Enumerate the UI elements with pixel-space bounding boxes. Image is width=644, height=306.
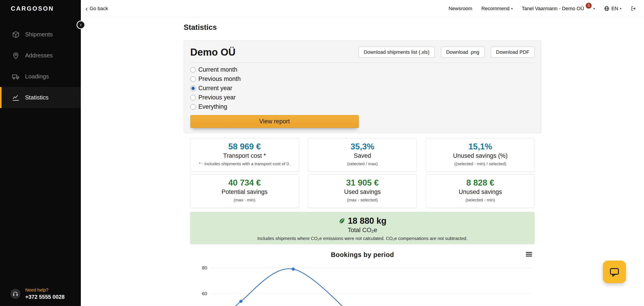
chart-title: Bookings by period [331, 251, 394, 258]
period-radio[interactable] [190, 76, 196, 82]
user-menu[interactable]: Tanel Vaarmann - Demo OÜ 5 ▾ [522, 6, 595, 12]
period-option-current-year[interactable]: Current year [190, 84, 232, 93]
stats-grid: 58 969 € Transport cost * * - includes s… [190, 138, 535, 208]
period-label: Everything [198, 103, 228, 110]
chat-bubble-icon [609, 266, 620, 277]
period-radio[interactable] [190, 95, 196, 100]
globe-icon [604, 6, 610, 12]
chevron-down-icon: ▾ [511, 7, 512, 11]
co2-label: Total CO₂e [199, 227, 526, 234]
period-option-previous-year[interactable]: Previous year [190, 93, 236, 102]
page-title: Statistics [184, 23, 541, 32]
download-pdf-button[interactable]: Download PDF [491, 47, 535, 58]
user-name: Tanel Vaarmann - Demo OÜ [522, 6, 584, 12]
bookings-chart-svg [210, 261, 531, 306]
chevron-down-icon: ▾ [620, 7, 622, 11]
download-png-button[interactable]: Download .png [441, 47, 484, 58]
y-axis-tick-80: 80 [184, 265, 207, 271]
chart-header: Bookings by period [190, 251, 535, 259]
sidebar-nav: Shipments Addresses Loadings Statistics [0, 24, 81, 108]
period-label: Previous year [198, 94, 236, 101]
co2-banner: 18 880 kg Total CO₂e Includes shipments … [190, 212, 535, 244]
stat-value: 8 828 € [426, 178, 534, 188]
stat-label: Transport cost * [190, 152, 299, 159]
period-option-everything[interactable]: Everything [190, 102, 228, 111]
nav-item-label: Loadings [25, 73, 49, 80]
download-xls-button[interactable]: Download shipments list (.xls) [358, 47, 435, 58]
stat-label: Saved [308, 152, 416, 159]
stat-label: Used savings [308, 188, 416, 195]
nav-item-label: Shipments [25, 31, 53, 38]
topbar: ‹ Go back Newsroom Recommend ▾ Tanel Vaa… [81, 0, 644, 17]
period-option-previous-month[interactable]: Previous month [190, 74, 241, 84]
stat-card-unused-savings: 8 828 € Unused savings (selected - min) [426, 174, 535, 208]
stat-value: 31 905 € [308, 178, 416, 188]
co2-value: 18 880 kg [348, 216, 386, 226]
logout-icon [630, 6, 636, 12]
leaf-icon [338, 217, 346, 224]
stat-card-saved: 35,3% Saved (selected / max) [308, 138, 417, 172]
nav-item-label: Addresses [25, 52, 53, 59]
stat-note: ((selected - min) / selected) [426, 161, 534, 166]
package-icon [12, 31, 20, 39]
sidebar-collapse-button[interactable]: ‹ [77, 21, 84, 29]
newsroom-link[interactable]: Newsroom [449, 6, 472, 12]
bookings-line [225, 269, 361, 306]
content-area: Statistics Demo OÜ Download shipments li… [81, 17, 644, 306]
view-report-button[interactable]: View report [190, 115, 359, 128]
stat-label: Unused savings (%) [426, 152, 534, 159]
chevron-left-icon: ‹ [85, 6, 88, 11]
logout-button[interactable] [630, 6, 636, 12]
period-label: Current year [198, 85, 232, 92]
cargoson-logo: CARGOSON [0, 0, 81, 17]
period-label: Current month [198, 66, 238, 73]
sidebar: CARGOSON Shipments Addresses Loadings St… [0, 0, 81, 306]
help-block: Need help? +372 5555 0028 [0, 287, 81, 300]
period-option-current-month[interactable]: Current month [190, 65, 238, 74]
map-pin-icon [12, 52, 20, 60]
help-label: Need help? [25, 287, 64, 293]
stat-card-potential-savings: 40 734 € Potential savings (max - min) [190, 174, 299, 208]
sidebar-item-addresses[interactable]: Addresses [0, 45, 81, 66]
stat-note: * - includes shipments with a transport … [190, 161, 299, 166]
language-menu[interactable]: EN ▾ [604, 6, 622, 12]
stat-note: (max - min) [190, 197, 299, 202]
stat-value: 58 969 € [190, 142, 299, 151]
report-settings-card: Demo OÜ Download shipments list (.xls) D… [184, 40, 541, 133]
language-label: EN [611, 6, 618, 12]
chart-line-icon [12, 94, 20, 102]
sidebar-item-shipments[interactable]: Shipments [0, 24, 81, 45]
truck-icon [12, 73, 20, 81]
stat-value: 15,1% [426, 142, 534, 151]
stat-note: (selected / max) [308, 161, 416, 166]
download-buttons: Download shipments list (.xls) Download … [358, 47, 535, 58]
company-name: Demo OÜ [190, 47, 236, 58]
stat-label: Potential savings [190, 188, 299, 195]
bookings-chart: 80 60 [184, 261, 541, 306]
go-back-button[interactable]: ‹ Go back [85, 6, 108, 12]
divider [190, 63, 535, 63]
chevron-down-icon: ▾ [593, 7, 595, 11]
nav-item-label: Statistics [25, 94, 48, 101]
headset-icon[interactable] [10, 289, 20, 299]
period-radio[interactable] [190, 86, 196, 91]
stat-note: (selected - min) [426, 197, 534, 202]
chart-menu-icon[interactable] [526, 252, 532, 257]
recommend-label: Recommend [482, 6, 510, 12]
stat-card-transport-cost: 58 969 € Transport cost * * - includes s… [190, 138, 299, 172]
period-radio[interactable] [190, 67, 196, 73]
sidebar-item-statistics[interactable]: Statistics [0, 87, 81, 108]
chat-button[interactable] [603, 260, 626, 283]
sidebar-item-loadings[interactable]: Loadings [0, 66, 81, 87]
bookings-markers [239, 267, 295, 303]
stat-card-used-savings: 31 905 € Used savings (max - selected) [308, 174, 417, 208]
period-radio[interactable] [190, 104, 196, 110]
stat-value: 35,3% [308, 142, 416, 151]
stat-value: 40 734 € [190, 178, 299, 188]
help-phone[interactable]: +372 5555 0028 [25, 294, 64, 300]
y-axis-tick-60: 60 [184, 290, 207, 297]
recommend-menu[interactable]: Recommend ▾ [482, 6, 513, 12]
notification-badge: 5 [586, 3, 592, 9]
topbar-right: Newsroom Recommend ▾ Tanel Vaarmann - De… [449, 6, 636, 12]
co2-note: Includes shipments where CO₂e emissions … [199, 236, 526, 241]
